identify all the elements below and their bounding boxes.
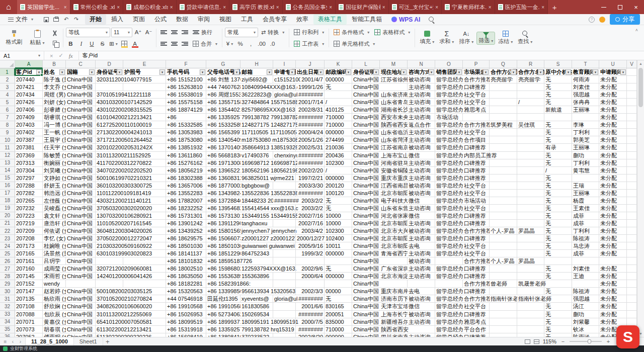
cell[interactable]: 未分配 (599, 288, 627, 295)
cell[interactable]: 200120 (325, 182, 352, 190)
cell[interactable]: 207147 (15, 288, 43, 295)
cell[interactable]: 无 (544, 235, 572, 242)
cell[interactable]: 主动咨询 (408, 205, 435, 212)
row-header-33[interactable]: 33 (0, 311, 15, 318)
filter-button[interactable]: 筛选▾ (476, 32, 495, 45)
cell[interactable]: 未分配 (599, 311, 627, 318)
cell[interactable]: +86 13851932 (166, 144, 206, 151)
row-header-21[interactable]: 21 (0, 220, 15, 227)
cell[interactable]: 汤景然 (男 (43, 250, 66, 257)
column-header-R[interactable]: R (517, 60, 544, 68)
column-header-C[interactable]: C (66, 60, 96, 68)
cell[interactable]: 18448233 200000@qq (240, 197, 273, 205)
tab-close-icon[interactable]: × (382, 5, 385, 10)
cell[interactable]: China中国 (66, 326, 96, 333)
cell[interactable]: 王丽琳 (572, 106, 599, 114)
cell[interactable]: 36222823@ (240, 91, 273, 99)
cell[interactable]: 口碑推荐 (463, 159, 490, 167)
cell[interactable]: +86 19910568 (206, 303, 240, 310)
tab-close-icon[interactable]: × (64, 5, 67, 10)
cell[interactable]: 612725200110100019 (96, 121, 123, 129)
cell[interactable]: 社交平台 (463, 182, 490, 190)
cell[interactable] (123, 295, 166, 303)
cell[interactable]: 无 (325, 295, 352, 303)
cell[interactable]: 主动咨询 (408, 159, 435, 167)
cell[interactable]: 主动咨询 (408, 106, 435, 114)
cell[interactable]: wendy (43, 280, 66, 288)
row-header-10[interactable]: 10 (0, 136, 15, 144)
filter-dropdown-icon[interactable]: ▾ (159, 69, 165, 75)
cell[interactable] (572, 257, 599, 265)
cell[interactable] (380, 257, 408, 265)
cell[interactable]: +86 15731301 (166, 212, 206, 220)
cell[interactable] (627, 295, 637, 303)
cell[interactable]: 未分配 (599, 242, 627, 250)
cell[interactable]: +86 1598680231 (206, 265, 240, 273)
row-header-27[interactable]: 27 (0, 265, 15, 273)
cell[interactable]: 平台合作 (463, 326, 490, 333)
cell[interactable]: 360103200303300725 (96, 182, 123, 190)
cell[interactable]: +86 1506607386 (206, 235, 240, 242)
save-button[interactable] (41, 15, 51, 24)
cell[interactable]: 舒欣娴 (女 (43, 303, 66, 310)
cell[interactable] (273, 136, 296, 144)
cell[interactable]: 罗晶晶 (517, 257, 544, 265)
row-header-16[interactable]: 16 (0, 182, 15, 190)
cell[interactable]: 135522836 135522836 (240, 190, 273, 197)
promo-icon[interactable] (599, 17, 605, 23)
cell[interactable]: 汤江 (572, 303, 599, 310)
cell[interactable] (517, 144, 544, 151)
header-cell-A1[interactable]: 客户id▾ (15, 68, 43, 76)
conditional-format-button[interactable]: 条件格式▾ (332, 28, 371, 37)
cell[interactable] (123, 121, 166, 129)
cell[interactable]: 710000 (325, 114, 352, 121)
cell[interactable]: 无 (325, 265, 352, 273)
cell[interactable]: 陈祖涛 (572, 288, 599, 295)
cell[interactable]: 社交平台 (463, 91, 490, 99)
cell-name-box[interactable]: A1 ▾ (0, 51, 44, 60)
scrollbar-thumb[interactable] (638, 68, 643, 107)
cell[interactable]: +86 19910568 (166, 303, 206, 310)
cell[interactable]: 留学总经办 (435, 318, 463, 326)
cell[interactable]: 刘素佳 (572, 83, 599, 91)
font-size-select[interactable]: 11▾ (111, 28, 132, 37)
cell[interactable]: 舒妍玉 (女 (43, 182, 66, 190)
cell[interactable] (627, 303, 637, 310)
cell[interactable] (435, 257, 463, 265)
cell[interactable]: +86 15152100 (166, 76, 206, 83)
cell[interactable]: 吴峻磊 (女 (43, 205, 66, 212)
cell[interactable]: China中国 (66, 318, 96, 326)
cell[interactable]: 任天宇 (女 (43, 144, 66, 151)
header-cell-R1[interactable]: 合作方名称▾ (517, 68, 544, 76)
cell[interactable]: 主动咨询 (408, 114, 435, 121)
cell[interactable]: 合作方推荐 (463, 295, 490, 303)
cell[interactable]: 口碑推荐 (463, 265, 490, 273)
cell[interactable]: bgbgbow@ (240, 182, 273, 190)
cell[interactable] (490, 190, 517, 197)
row-header-31[interactable]: 31 (0, 295, 15, 303)
align-middle-button[interactable] (170, 28, 179, 37)
cell[interactable] (490, 106, 517, 114)
cell[interactable]: 被动咨询 (408, 311, 435, 318)
cell[interactable]: 主动咨询 (408, 273, 435, 280)
cell[interactable]: gloria@uk (273, 91, 296, 99)
cell[interactable]: 207265 (15, 197, 43, 205)
home-button[interactable]: ⌂ (0, 0, 17, 14)
cell[interactable]: +86 15276162 (166, 159, 206, 167)
prev-sheet-icon[interactable]: ‹ (9, 339, 17, 344)
select-all-corner[interactable] (0, 60, 15, 68)
cell[interactable] (123, 220, 166, 227)
decrease-decimal-button[interactable]: .0 (268, 39, 277, 49)
cell[interactable]: 未分配 (599, 136, 627, 144)
cell[interactable]: 430103200107142529 (96, 99, 123, 106)
cell[interactable]: 500106199702210321 (96, 174, 123, 182)
cell[interactable]: 刘妍 (女) (43, 99, 66, 106)
cell[interactable]: 未分配 (599, 152, 627, 159)
cell[interactable] (627, 76, 637, 83)
cell[interactable]: 1999/3/2 (296, 250, 325, 257)
cell[interactable]: 北京市朝阳 (380, 235, 408, 242)
tab-close-icon[interactable]: × (276, 5, 279, 10)
cell[interactable] (627, 106, 637, 114)
decrease-font-size-button[interactable]: A⁻ (144, 28, 153, 37)
cell[interactable]: 主动咨询 (408, 167, 435, 174)
